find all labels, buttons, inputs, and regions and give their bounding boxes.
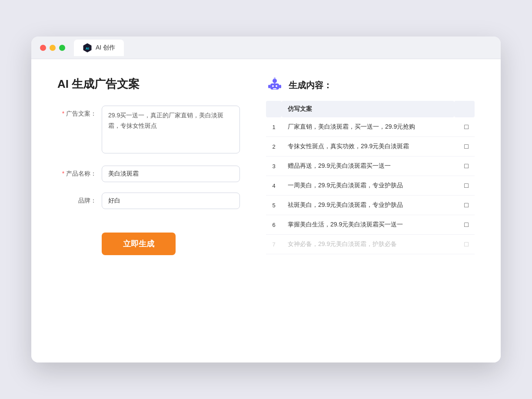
table-row: 2专抹女性斑点，真实功效，29.9元美白淡斑霜□ bbox=[266, 137, 475, 156]
table-row: 7女神必备，29.9元美白淡斑霜，护肤必备□ bbox=[266, 235, 475, 254]
main-content: AI 生成广告文案 广告文案： 29.9买一送一，真正的厂家直销，美白淡斑霜，专… bbox=[31, 59, 501, 362]
table-col-action bbox=[454, 101, 475, 117]
result-title: 生成内容： bbox=[289, 80, 332, 91]
product-name-label: 产品名称： bbox=[57, 166, 96, 178]
table-row: 4一周美白，29.9元美白淡斑霜，专业护肤品□ bbox=[266, 176, 475, 196]
ad-copy-textarea[interactable]: 29.9买一送一，真正的厂家直销，美白淡斑霜，专抹女性斑点 bbox=[102, 106, 240, 153]
browser-window: AI AI 创作 AI 生成广告文案 广告文案： 29.9买一送一，真正的厂家直… bbox=[31, 37, 501, 362]
table-row: 1厂家直销，美白淡斑霜，买一送一，29.9元抢购□ bbox=[266, 117, 475, 137]
table-row: 6掌握美白生活，29.9元美白淡斑霜买一送一□ bbox=[266, 215, 475, 235]
row-number: 3 bbox=[266, 156, 282, 176]
svg-rect-5 bbox=[279, 85, 281, 88]
titlebar: AI AI 创作 bbox=[31, 37, 501, 59]
row-text: 赠品再送，29.9元美白淡斑霜买一送一 bbox=[282, 156, 454, 176]
form-row-ad-copy: 广告文案： 29.9买一送一，真正的厂家直销，美白淡斑霜，专抹女性斑点 bbox=[57, 106, 240, 155]
svg-point-10 bbox=[274, 77, 276, 79]
generate-button[interactable]: 立即生成 bbox=[102, 233, 176, 255]
product-name-input[interactable] bbox=[102, 166, 240, 182]
traffic-lights bbox=[40, 45, 65, 51]
brand-input[interactable] bbox=[102, 193, 240, 209]
ai-tab[interactable]: AI AI 创作 bbox=[74, 40, 124, 56]
table-col-num bbox=[266, 101, 282, 117]
form-row-product-name: 产品名称： bbox=[57, 166, 240, 182]
row-text: 厂家直销，美白淡斑霜，买一送一，29.9元抢购 bbox=[282, 117, 454, 137]
robot-icon bbox=[266, 76, 283, 94]
copy-button[interactable]: □ bbox=[454, 156, 475, 176]
product-name-wrap bbox=[102, 166, 240, 182]
svg-point-6 bbox=[272, 85, 274, 87]
svg-text:AI: AI bbox=[86, 47, 89, 50]
brand-label: 品牌： bbox=[57, 193, 96, 205]
ad-copy-wrap: 29.9买一送一，真正的厂家直销，美白淡斑霜，专抹女性斑点 bbox=[102, 106, 240, 155]
row-text: 一周美白，29.9元美白淡斑霜，专业护肤品 bbox=[282, 176, 454, 196]
left-panel: AI 生成广告文案 广告文案： 29.9买一送一，真正的厂家直销，美白淡斑霜，专… bbox=[57, 76, 240, 345]
svg-point-7 bbox=[276, 85, 277, 87]
row-number: 6 bbox=[266, 215, 282, 235]
brand-wrap bbox=[102, 193, 240, 209]
table-col-header: 仿写文案 bbox=[282, 101, 454, 117]
row-number: 1 bbox=[266, 117, 282, 137]
ad-copy-label: 广告文案： bbox=[57, 106, 96, 118]
copy-button[interactable]: □ bbox=[454, 117, 475, 137]
copy-button[interactable]: □ bbox=[454, 196, 475, 215]
ai-icon: AI bbox=[83, 43, 92, 53]
row-text: 专抹女性斑点，真实功效，29.9元美白淡斑霜 bbox=[282, 137, 454, 156]
copy-button[interactable]: □ bbox=[454, 235, 475, 254]
result-table: 仿写文案 1厂家直销，美白淡斑霜，买一送一，29.9元抢购□2专抹女性斑点，真实… bbox=[266, 101, 475, 254]
result-header: 生成内容： bbox=[266, 76, 475, 94]
copy-button[interactable]: □ bbox=[454, 215, 475, 235]
table-row: 5祛斑美白，29.9元美白淡斑霜，专业护肤品□ bbox=[266, 196, 475, 215]
right-panel: 生成内容： 仿写文案 1厂家直销，美白淡斑霜，买一送一，29.9元抢购□2专抹女… bbox=[266, 76, 475, 345]
row-text: 掌握美白生活，29.9元美白淡斑霜买一送一 bbox=[282, 215, 454, 235]
row-number: 4 bbox=[266, 176, 282, 196]
tab-label: AI 创作 bbox=[96, 44, 115, 52]
page-title: AI 生成广告文案 bbox=[57, 76, 240, 92]
svg-rect-4 bbox=[268, 85, 270, 88]
copy-button[interactable]: □ bbox=[454, 176, 475, 196]
maximize-button[interactable] bbox=[59, 45, 65, 51]
row-number: 5 bbox=[266, 196, 282, 215]
table-row: 3赠品再送，29.9元美白淡斑霜买一送一□ bbox=[266, 156, 475, 176]
row-text: 女神必备，29.9元美白淡斑霜，护肤必备 bbox=[282, 235, 454, 254]
svg-rect-8 bbox=[273, 88, 276, 89]
row-number: 2 bbox=[266, 137, 282, 156]
close-button[interactable] bbox=[40, 45, 46, 51]
copy-button[interactable]: □ bbox=[454, 137, 475, 156]
minimize-button[interactable] bbox=[50, 45, 56, 51]
form-row-brand: 品牌： bbox=[57, 193, 240, 209]
row-text: 祛斑美白，29.9元美白淡斑霜，专业护肤品 bbox=[282, 196, 454, 215]
row-number: 7 bbox=[266, 235, 282, 254]
